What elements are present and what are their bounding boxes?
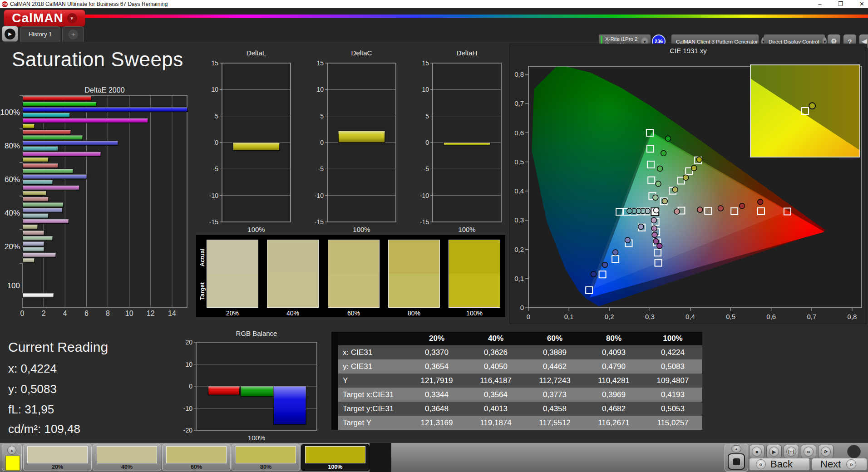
current-reading-cdm2: cd/m²: 109,48 (8, 422, 80, 436)
swatch-label: 80% (388, 310, 440, 317)
table-cell: 0,3969 (584, 388, 643, 402)
svg-text:-15: -15 (209, 218, 218, 226)
svg-text:8: 8 (106, 310, 110, 317)
svg-text:-5: -5 (424, 165, 429, 172)
add-tab-button[interactable]: + (62, 26, 84, 42)
restore-icon[interactable]: ❐ (838, 0, 843, 8)
interval-button[interactable]: [··] (784, 445, 799, 458)
pattern-window-button[interactable] (728, 453, 745, 470)
table-header-cell: 60% (525, 332, 584, 345)
up-arrow-icon: ▲ (735, 447, 738, 451)
svg-text:DeltaL: DeltaL (247, 49, 266, 57)
row-label: Target Y (338, 416, 407, 430)
stop-button[interactable]: ■ (749, 445, 764, 458)
swatch-label: 40% (267, 310, 319, 317)
svg-text:10: 10 (125, 310, 133, 317)
table-header-row: 20%40%60%80%100% (338, 332, 702, 345)
actual-swatch (328, 240, 379, 274)
svg-text:100%: 100% (458, 226, 475, 233)
svg-text:0,3: 0,3 (645, 313, 655, 320)
current-reading-y: y: 0,5083 (8, 382, 57, 396)
back-label: Back (770, 458, 793, 470)
svg-text:0: 0 (20, 310, 25, 317)
pattern-tile-20%[interactable]: 20% (23, 444, 92, 471)
close-icon[interactable]: ✕ (859, 0, 864, 8)
deltal-chart: DeltaL151050-5-10-15100% (205, 47, 296, 238)
table-cell: 0,4462 (525, 359, 584, 374)
svg-text:0: 0 (320, 139, 324, 146)
table-cell: 116,4187 (466, 374, 525, 388)
calman-menu-button[interactable]: CalMAN ▼ (4, 10, 85, 27)
loop-button[interactable]: ∞ (801, 445, 816, 458)
pattern-swatch (27, 446, 88, 463)
deltac-chart: DeltaC151050-5-10-15100% (311, 47, 401, 238)
plus-icon: + (68, 30, 78, 39)
tab-history-1[interactable]: History 1 (20, 26, 60, 42)
table-cell: 0,4682 (584, 402, 643, 416)
back-button[interactable]: « Back (749, 458, 810, 471)
table-cell: 116,2671 (584, 416, 643, 430)
pattern-tile-100%[interactable]: 100% (301, 444, 370, 471)
svg-text:2: 2 (42, 310, 46, 317)
table-cell: 112,7243 (525, 374, 584, 388)
row-label: Target x:CIE31 (338, 388, 407, 402)
svg-text:0,6: 0,6 (766, 313, 776, 320)
svg-text:-5: -5 (213, 165, 219, 172)
svg-text:100%: 100% (247, 226, 265, 233)
pattern-up-button[interactable]: ▲ (7, 446, 16, 455)
cie-1931-panel: CIE 1931 xy 00,10,20,30,40,50,60,70,800,… (509, 44, 867, 324)
svg-text:0,1: 0,1 (514, 275, 524, 282)
table-row: Target x:CIE310,33440,35640,37730,39690,… (338, 388, 702, 402)
svg-text:4: 4 (63, 310, 67, 317)
next-button[interactable]: Next » (812, 458, 867, 471)
titlebar: CM CalMAN 2018 CalMAN Ultimate for Busin… (0, 0, 868, 8)
svg-text:-10: -10 (209, 192, 218, 199)
actual-row-label: Actual (199, 249, 206, 267)
minimize-icon[interactable]: – (818, 0, 821, 8)
svg-text:10: 10 (185, 361, 192, 368)
table-cell: 0,4224 (643, 345, 702, 359)
table-cell: 0,3773 (525, 388, 584, 402)
current-reading-x: x: 0,4224 (8, 362, 57, 376)
deltah-chart: DeltaH151050-5-10-15100% (416, 47, 507, 238)
svg-text:5: 5 (215, 113, 218, 120)
svg-text:100%: 100% (353, 226, 370, 233)
refresh-button[interactable]: ⟳ (818, 445, 833, 458)
transport-up-button[interactable]: ▲ (731, 445, 741, 452)
table-cell: 119,1874 (466, 416, 525, 430)
table-header-cell: 100% (643, 332, 702, 345)
actual-swatch (389, 240, 439, 274)
target-swatch (207, 274, 258, 307)
row-label: x: CIE31 (338, 345, 407, 359)
table-header-cell: 20% (407, 332, 466, 345)
table-cell: 115,0257 (643, 416, 702, 430)
target-swatch (449, 274, 500, 307)
svg-text:100%: 100% (248, 434, 265, 442)
play-button[interactable]: ▶ (766, 445, 782, 458)
svg-text:20%: 20% (5, 242, 20, 251)
stop-icon: ■ (755, 449, 758, 454)
pattern-tile-60%[interactable]: 60% (162, 444, 231, 471)
meter-name: X-Rite i1Pro 2 (605, 36, 638, 42)
target-row-label: Target (199, 282, 206, 300)
pattern-tile-80%[interactable]: 80% (232, 444, 300, 471)
swatch-label: 100% (449, 310, 500, 317)
table-row: Target Y121,3169119,1874117,5512116,2671… (338, 416, 702, 430)
target-swatch (328, 274, 379, 307)
swatch-compare-20% (207, 240, 258, 308)
svg-text:0,8: 0,8 (848, 313, 857, 320)
svg-text:0,4: 0,4 (686, 313, 695, 320)
svg-text:80%: 80% (5, 142, 20, 150)
svg-text:0,2: 0,2 (514, 246, 524, 253)
tab-scroll-button[interactable]: ▶ (2, 26, 18, 42)
pattern-tile-label: 40% (93, 464, 161, 470)
svg-text:15: 15 (316, 59, 324, 67)
pattern-tile-label: 80% (232, 464, 300, 470)
pattern-tile-40%[interactable]: 40% (93, 444, 161, 471)
table-cell: 0,5053 (643, 402, 702, 416)
table-row: y: CIE310,36540,40500,44620,47900,5083 (338, 359, 702, 374)
swatch-compare-60% (328, 240, 380, 308)
current-reading-title: Current Reading (8, 339, 108, 355)
svg-text:0,6: 0,6 (514, 129, 524, 137)
pattern-swatch (166, 446, 227, 463)
